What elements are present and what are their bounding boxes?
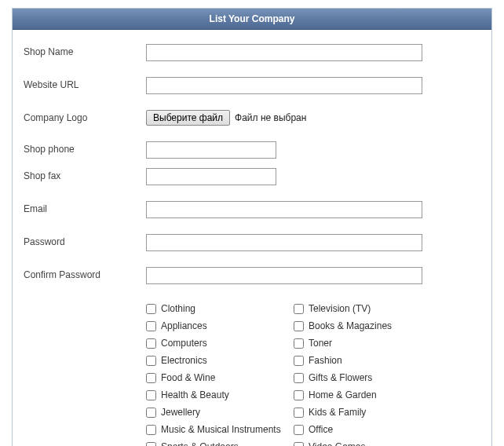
category-label: Toner <box>309 336 332 350</box>
form-header: List Your Company <box>13 9 491 30</box>
row-email: Email <box>24 201 480 218</box>
label-password: Password <box>24 234 146 247</box>
label-shop-fax: Shop fax <box>24 168 146 181</box>
category-item: Home & Garden <box>294 386 441 404</box>
category-item: Food & Wine <box>146 369 294 386</box>
categories-col-1: ClothingAppliancesComputersElectronicsFo… <box>146 300 294 446</box>
website-url-input[interactable] <box>146 77 422 94</box>
category-checkbox[interactable] <box>146 408 156 418</box>
shop-fax-input[interactable] <box>146 168 276 185</box>
label-confirm-password: Confirm Password <box>24 267 146 280</box>
category-label: Office <box>309 422 333 437</box>
category-label: Electronics <box>161 353 207 367</box>
row-shop-categories: Shop Categories ClothingAppliancesComput… <box>24 300 480 446</box>
category-item: Toner <box>294 334 441 352</box>
category-checkbox[interactable] <box>146 442 156 447</box>
category-checkbox[interactable] <box>146 338 156 349</box>
category-checkbox[interactable] <box>146 390 156 400</box>
file-status-text: Файл не выбран <box>235 112 306 123</box>
category-item: Jewellery <box>146 404 294 421</box>
label-shop-name: Shop Name <box>24 44 146 57</box>
category-item: Television (TV) <box>294 300 441 317</box>
category-label: Kids & Family <box>309 405 366 419</box>
row-shop-phone: Shop phone <box>24 141 480 159</box>
form-container: List Your Company Shop Name Website URL … <box>12 8 492 446</box>
category-label: Jewellery <box>161 405 200 419</box>
password-input[interactable] <box>146 234 422 251</box>
category-item: Gifts & Flowers <box>294 369 441 386</box>
label-website-url: Website URL <box>24 77 146 90</box>
category-label: Fashion <box>309 353 342 367</box>
category-checkbox[interactable] <box>294 373 304 383</box>
confirm-password-input[interactable] <box>146 267 422 284</box>
category-checkbox[interactable] <box>294 442 304 447</box>
categories-col-2: Television (TV)Books & MagazinesTonerFas… <box>294 300 441 446</box>
category-label: Clothing <box>161 302 195 316</box>
row-password: Password <box>24 234 480 251</box>
category-label: Food & Wine <box>161 371 215 385</box>
category-label: Gifts & Flowers <box>309 371 372 385</box>
label-company-logo: Company Logo <box>24 110 146 123</box>
file-choose-button[interactable]: Выберите файл <box>146 110 230 126</box>
category-checkbox[interactable] <box>146 321 156 331</box>
row-shop-name: Shop Name <box>24 44 480 61</box>
row-website-url: Website URL <box>24 77 480 94</box>
category-item: Computers <box>146 334 294 352</box>
category-item: Kids & Family <box>294 404 441 421</box>
category-label: Sports & Outdoors <box>161 440 239 446</box>
category-item: Fashion <box>294 352 441 369</box>
email-input[interactable] <box>146 201 422 218</box>
category-checkbox[interactable] <box>146 425 156 435</box>
category-item: Clothing <box>146 300 294 317</box>
category-checkbox[interactable] <box>294 408 304 418</box>
category-item: Electronics <box>146 352 294 369</box>
category-checkbox[interactable] <box>294 338 304 349</box>
category-checkbox[interactable] <box>146 304 156 314</box>
header-title: List Your Company <box>210 13 295 24</box>
category-checkbox[interactable] <box>294 321 304 331</box>
row-confirm-password: Confirm Password <box>24 267 480 284</box>
form-body: Shop Name Website URL Company Logo Выбер… <box>13 30 491 446</box>
category-label: Health & Beauty <box>161 388 229 402</box>
label-shop-phone: Shop phone <box>24 141 146 155</box>
category-label: Television (TV) <box>309 302 371 316</box>
category-item: Health & Beauty <box>146 386 294 404</box>
category-label: Appliances <box>161 319 207 333</box>
category-label: Books & Magazines <box>309 319 392 333</box>
category-item: Office <box>294 421 441 438</box>
category-label: Computers <box>161 336 207 350</box>
category-label: Music & Musical Instruments <box>161 422 281 437</box>
category-checkbox[interactable] <box>146 356 156 366</box>
category-checkbox[interactable] <box>294 304 304 314</box>
category-item: Video Games <box>294 438 441 446</box>
category-item: Sports & Outdoors <box>146 438 294 446</box>
shop-name-input[interactable] <box>146 44 422 61</box>
row-shop-fax: Shop fax <box>24 168 480 185</box>
category-item: Appliances <box>146 317 294 334</box>
category-checkbox[interactable] <box>294 390 304 400</box>
category-item: Books & Magazines <box>294 317 441 334</box>
category-checkbox[interactable] <box>146 373 156 383</box>
category-item: Music & Musical Instruments <box>146 421 294 438</box>
category-checkbox[interactable] <box>294 425 304 435</box>
label-email: Email <box>24 201 146 214</box>
row-company-logo: Company Logo Выберите файл Файл не выбра… <box>24 110 480 126</box>
categories-grid: ClothingAppliancesComputersElectronicsFo… <box>146 300 480 446</box>
category-label: Home & Garden <box>309 388 377 402</box>
category-checkbox[interactable] <box>294 356 304 366</box>
category-label: Video Games <box>309 440 366 446</box>
shop-phone-input[interactable] <box>146 141 276 159</box>
